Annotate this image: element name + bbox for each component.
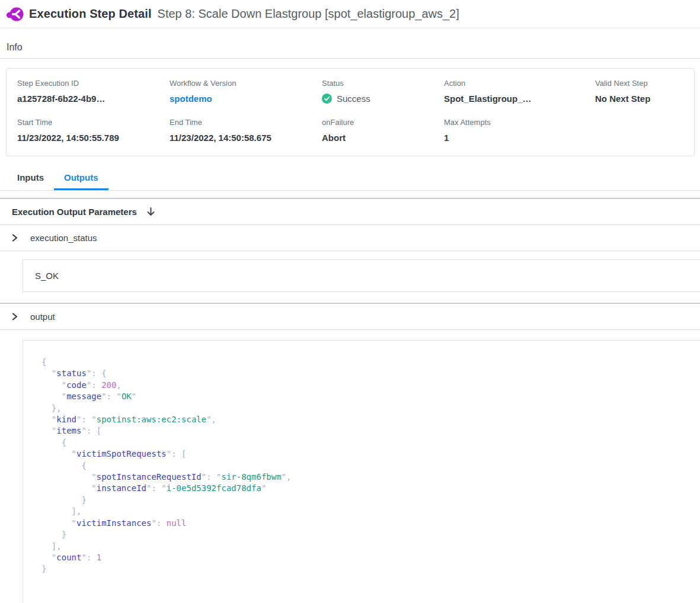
max-attempts-value: 1 xyxy=(444,133,595,143)
code-line: "message": "OK" xyxy=(41,391,689,402)
output-parameters-title: Execution Output Parameters xyxy=(12,207,137,217)
chevron-right-icon[interactable] xyxy=(10,233,19,242)
tab-inputs[interactable]: Inputs xyxy=(7,168,54,190)
code-line: }, xyxy=(41,403,689,414)
field-max-attempts: Max Attempts 1 xyxy=(444,118,595,143)
divider xyxy=(0,329,700,330)
field-on-failure: onFailure Abort xyxy=(322,118,444,143)
start-time-value: 11/23/2022, 14:50:55.789 xyxy=(17,133,170,143)
field-step-execution-id: Step Execution ID a125728f-6b22-4b9… xyxy=(17,79,170,104)
execution-status-value: S_OK xyxy=(35,271,59,281)
code-line: { xyxy=(41,460,689,472)
valid-next-step-value: No Next Step xyxy=(595,94,694,104)
code-line: } xyxy=(41,563,689,575)
info-section-heading: Info xyxy=(7,42,700,53)
code-line: "items": [ xyxy=(41,425,689,437)
on-failure-value: Abort xyxy=(322,133,444,143)
top-bar: Execution Step Detail Step 8: Scale Down… xyxy=(0,0,700,28)
field-action: Action Spot_Elastigroup_… xyxy=(444,79,595,104)
code-line: } xyxy=(41,529,689,540)
success-check-icon xyxy=(322,94,332,104)
code-line: "status": { xyxy=(41,368,689,379)
param-expander-output[interactable]: output xyxy=(0,304,700,329)
page-title: Execution Step Detail xyxy=(29,7,152,21)
field-label: Valid Next Step xyxy=(595,79,694,88)
code-line: { xyxy=(41,357,689,368)
field-label: Action xyxy=(444,79,595,88)
spacer xyxy=(595,118,694,143)
code-line: "victimInstances": null xyxy=(41,518,689,529)
divider xyxy=(0,251,700,251)
field-label: Step Execution ID xyxy=(17,79,170,88)
param-name: execution_status xyxy=(30,233,97,243)
status-badge: Success xyxy=(322,94,444,104)
code-line: ], xyxy=(41,506,689,517)
field-valid-next-step: Valid Next Step No Next Step xyxy=(595,79,694,104)
step-execution-id-value: a125728f-6b22-4b9… xyxy=(17,94,170,104)
execution-status-value-box: S_OK xyxy=(23,259,700,292)
status-text: Success xyxy=(337,94,370,104)
field-end-time: End Time 11/23/2022, 14:50:58.675 xyxy=(170,118,322,143)
field-label: onFailure xyxy=(322,118,444,127)
code-line: "kind": "spotinst:aws:ec2:scale", xyxy=(41,414,689,425)
field-status: Status Success xyxy=(322,79,444,104)
step-info-card: Step Execution ID a125728f-6b22-4b9… Wor… xyxy=(6,68,695,156)
end-time-value: 11/23/2022, 14:50:58.675 xyxy=(170,133,322,143)
field-label: Workflow & Version xyxy=(170,79,322,88)
code-line: ], xyxy=(41,541,689,552)
field-label: Status xyxy=(322,79,444,88)
output-code: { "status": { "code": 200, "message": "O… xyxy=(23,340,700,603)
code-line: "spotInstanceRequestId": "sir-8qm6fbwm", xyxy=(41,472,689,483)
divider xyxy=(0,58,700,59)
code-line: } xyxy=(41,495,689,506)
code-line: "code": 200, xyxy=(41,380,689,391)
down-arrow-icon[interactable] xyxy=(146,207,156,217)
action-value: Spot_Elastigroup_… xyxy=(444,94,595,104)
code-line: "instanceId": "i-0e5d5392fcad78dfa" xyxy=(41,483,689,494)
field-label: Start Time xyxy=(17,118,170,127)
page-subtitle: Step 8: Scale Down Elastgroup [spot_elas… xyxy=(158,7,459,21)
field-workflow-version: Workflow & Version spotdemo xyxy=(170,79,322,104)
param-name: output xyxy=(30,312,55,322)
spot-logo-icon xyxy=(6,7,24,22)
code-line: { xyxy=(41,437,689,448)
tab-bar: Inputs Outputs xyxy=(0,168,700,191)
field-label: Max Attempts xyxy=(444,118,595,127)
chevron-right-icon[interactable] xyxy=(10,312,19,321)
field-start-time: Start Time 11/23/2022, 14:50:55.789 xyxy=(17,118,170,143)
code-line: "count": 1 xyxy=(41,552,689,563)
param-expander-execution-status[interactable]: execution_status xyxy=(0,225,700,251)
field-label: End Time xyxy=(170,118,322,127)
tab-outputs[interactable]: Outputs xyxy=(54,168,108,190)
code-line: "victimSpotRequests": [ xyxy=(41,448,689,460)
workflow-link[interactable]: spotdemo xyxy=(170,94,322,104)
output-parameters-header: Execution Output Parameters xyxy=(0,199,700,224)
